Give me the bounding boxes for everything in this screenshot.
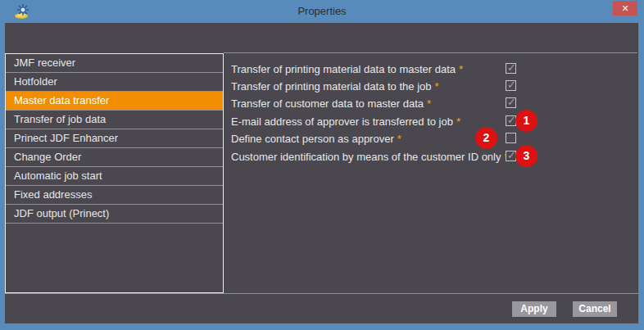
checkbox-label: Transfer of printing material data to ma… (231, 61, 463, 78)
checkbox-label: Transfer of printing material data to th… (231, 78, 439, 95)
checkbox-transfer-of-customer-data-to-master-data[interactable]: ✓ (506, 97, 516, 108)
form-row: Transfer of customer data to master data… (231, 95, 637, 112)
footer-divider (5, 293, 638, 294)
sidebar-item-fixed-addresses[interactable]: Fixed addresses (6, 186, 223, 205)
close-button[interactable]: ✕ (613, 1, 637, 16)
sidebar-item-hotfolder[interactable]: Hotfolder (6, 73, 223, 92)
properties-window: { "window": { "title": "Properties" }, "… (0, 0, 644, 330)
header-divider (224, 52, 637, 53)
titlebar[interactable]: Properties ✕ (0, 0, 644, 23)
checkbox-label: Transfer of customer data to master data… (231, 95, 431, 112)
annotation-badge-1: 1 (515, 110, 537, 132)
checkmark-icon: ✓ (507, 62, 516, 73)
checkbox-define-contact-person-as-approver[interactable] (506, 133, 516, 143)
checkmark-icon: ✓ (507, 97, 516, 107)
cancel-button[interactable]: Cancel (573, 301, 617, 317)
form-row: Customer identification by means of the … (231, 148, 637, 165)
dialog-content: JDF import JMF receiverHotfolderMaster d… (5, 23, 638, 323)
checkbox-label: Customer identification by means of the … (231, 148, 509, 165)
form-row: Transfer of printing material data to ma… (231, 61, 637, 78)
sidebar-item-change-order[interactable]: Change Order (6, 148, 223, 167)
required-asterisk: * (456, 115, 460, 128)
sidebar-list: JMF receiverHotfolderMaster data transfe… (5, 53, 224, 293)
annotation-badge-3: 3 (515, 145, 537, 167)
checkbox-transfer-of-printing-material-data-to-the-job[interactable]: ✓ (506, 80, 516, 91)
checkbox-label: Define contact person as approver* (231, 130, 401, 147)
required-asterisk: * (397, 133, 401, 145)
required-asterisk: * (459, 63, 463, 75)
sidebar-item-prinect-jdf-enhancer[interactable]: Prinect JDF Enhancer (6, 129, 223, 148)
sidebar-item-transfer-of-job-data[interactable]: Transfer of job data (6, 111, 223, 129)
required-asterisk: * (434, 80, 438, 93)
sidebar-item-automatic-job-start[interactable]: Automatic job start (6, 167, 223, 186)
checkbox-transfer-of-printing-material-data-to-master-data[interactable]: ✓ (506, 63, 516, 74)
form-row: Transfer of printing material data to th… (231, 78, 637, 95)
checkmark-icon: ✓ (507, 79, 516, 90)
sidebar-item-jmf-receiver[interactable]: JMF receiver (6, 54, 223, 73)
apply-button[interactable]: Apply (512, 301, 556, 317)
window-title: Properties (0, 0, 644, 23)
required-asterisk: * (427, 97, 431, 110)
form-row: Define contact person as approver*2 (231, 130, 637, 147)
sidebar-item-jdf-output-prinect[interactable]: JDF output (Prinect) (6, 205, 223, 224)
checkbox-label: E-mail address of approver is transferre… (231, 113, 460, 130)
annotation-badge-2: 2 (475, 127, 497, 149)
form-row: E-mail address of approver is transferre… (231, 113, 637, 130)
sidebar-item-master-data-transfer[interactable]: Master data transfer (6, 92, 223, 111)
